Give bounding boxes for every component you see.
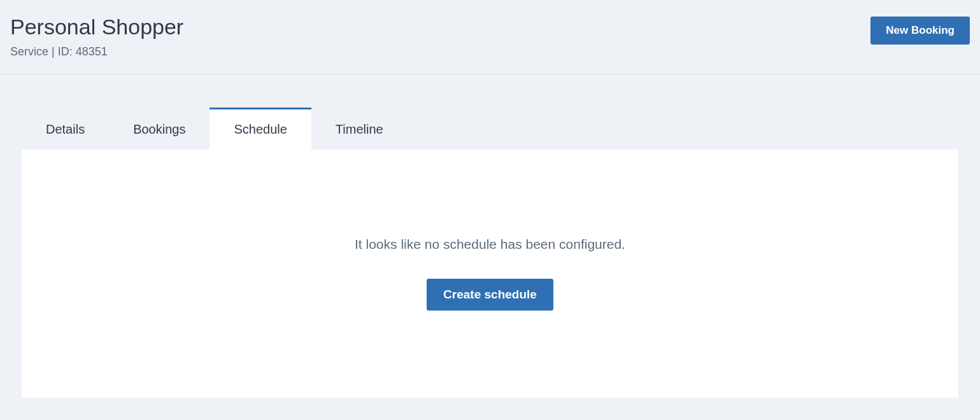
tab-bookings[interactable]: Bookings [109, 108, 209, 150]
page-subtitle: Service | ID: 48351 [10, 45, 183, 59]
create-schedule-button[interactable]: Create schedule [427, 279, 553, 311]
page-header: Personal Shopper Service | ID: 48351 New… [0, 0, 980, 74]
tab-timeline[interactable]: Timeline [311, 108, 408, 150]
content-area: Details Bookings Schedule Timeline It lo… [0, 74, 980, 398]
new-booking-button[interactable]: New Booking [870, 17, 970, 45]
tab-details[interactable]: Details [22, 108, 109, 150]
empty-state-message: It looks like no schedule has been confi… [355, 237, 625, 252]
page-title: Personal Shopper [10, 14, 183, 40]
tab-schedule[interactable]: Schedule [209, 108, 311, 150]
schedule-panel: It looks like no schedule has been confi… [22, 150, 958, 398]
header-left: Personal Shopper Service | ID: 48351 [10, 14, 183, 59]
tabs: Details Bookings Schedule Timeline [22, 108, 958, 150]
